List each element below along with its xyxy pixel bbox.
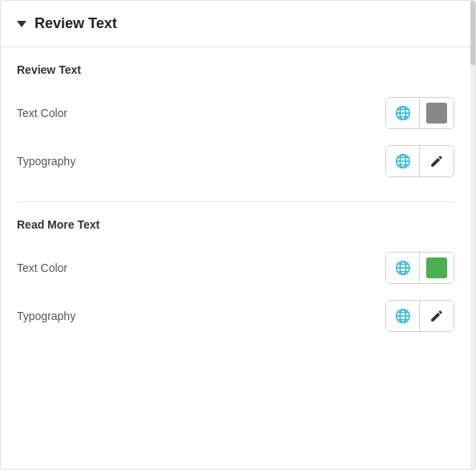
scrollbar[interactable] — [470, 1, 475, 469]
read-more-typography-pencil-btn[interactable] — [420, 301, 454, 331]
panel: Review Text Review Text Text Color — [0, 0, 476, 470]
review-text-color-swatch — [426, 103, 447, 124]
review-text-color-control — [385, 97, 454, 129]
review-typography-pencil-btn[interactable] — [420, 146, 454, 176]
read-more-typography-label: Typography — [17, 310, 75, 322]
globe-icon — [394, 307, 412, 325]
row-read-more-text-color: Text Color — [17, 244, 454, 292]
row-review-text-color: Text Color — [17, 89, 454, 137]
read-more-text-color-label: Text Color — [17, 261, 67, 274]
globe-icon — [394, 152, 412, 170]
section-read-more-title: Read More Text — [17, 218, 454, 231]
read-more-text-color-control — [385, 252, 454, 284]
scrollbar-thumb[interactable] — [470, 1, 475, 65]
review-text-color-swatch-btn[interactable] — [420, 98, 454, 128]
review-typography-control — [385, 145, 454, 177]
globe-icon — [394, 104, 412, 122]
read-more-typography-global-btn[interactable] — [386, 301, 420, 331]
row-read-more-typography: Typography — [17, 292, 454, 340]
pencil-icon — [429, 309, 444, 323]
pencil-icon — [429, 154, 444, 168]
row-review-typography: Typography — [17, 137, 454, 185]
read-more-text-color-swatch-btn[interactable] — [420, 253, 454, 283]
review-text-color-global-btn[interactable] — [386, 98, 420, 128]
panel-header[interactable]: Review Text — [1, 1, 475, 47]
section-review-text-title: Review Text — [17, 63, 454, 76]
read-more-text-color-global-btn[interactable] — [386, 253, 420, 283]
panel-content: Review Text Text Color — [1, 47, 475, 356]
review-text-color-label: Text Color — [17, 107, 67, 120]
read-more-text-color-swatch — [426, 257, 447, 278]
globe-icon — [394, 259, 412, 277]
review-typography-global-btn[interactable] — [386, 146, 420, 176]
review-typography-label: Typography — [17, 155, 75, 168]
read-more-typography-control — [385, 300, 454, 332]
section-review-text: Review Text Text Color — [17, 47, 454, 201]
chevron-down-icon — [17, 21, 26, 27]
panel-title: Review Text — [35, 15, 117, 32]
section-read-more-text: Read More Text Text Color — [17, 201, 454, 356]
